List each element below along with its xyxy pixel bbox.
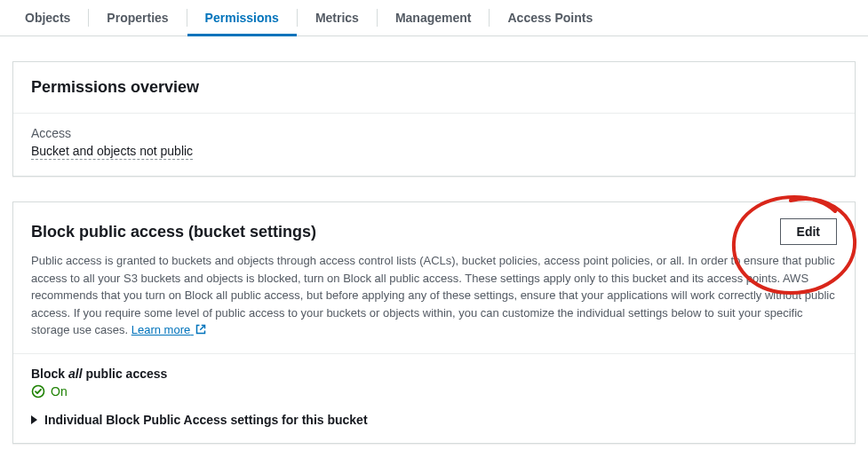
access-value[interactable]: Bucket and objects not public xyxy=(31,144,193,160)
permissions-overview-panel: Permissions overview Access Bucket and o… xyxy=(12,61,856,177)
tab-metrics[interactable]: Metrics xyxy=(298,0,377,36)
bpa-body: Block all public access On Individual Bl… xyxy=(13,354,855,443)
tab-management[interactable]: Management xyxy=(378,0,490,36)
page-title: Permissions overview xyxy=(31,78,199,97)
panel-header: Block public access (bucket settings) Ed… xyxy=(13,202,855,245)
tab-objects[interactable]: Objects xyxy=(7,0,88,36)
panel-body: Access Bucket and objects not public xyxy=(13,114,855,176)
bpa-status-row: On xyxy=(31,384,837,399)
edit-button[interactable]: Edit xyxy=(780,218,837,245)
tab-properties[interactable]: Properties xyxy=(89,0,186,36)
expander-label: Individual Block Public Access settings … xyxy=(44,413,368,427)
bpa-title: Block public access (bucket settings) xyxy=(31,223,780,241)
tab-access-points[interactable]: Access Points xyxy=(490,0,610,36)
learn-more-label: Learn more xyxy=(131,323,190,336)
external-link-icon xyxy=(195,324,206,335)
block-public-access-panel: Block public access (bucket settings) Ed… xyxy=(12,201,856,444)
learn-more-link[interactable]: Learn more xyxy=(131,323,206,336)
tabs-bar: Objects Properties Permissions Metrics M… xyxy=(0,0,868,36)
caret-right-icon xyxy=(31,415,37,424)
bpa-description: Public access is granted to buckets and … xyxy=(31,252,837,339)
individual-settings-expander[interactable]: Individual Block Public Access settings … xyxy=(31,413,837,427)
block-all-public-access-heading: Block all public access xyxy=(31,367,837,381)
access-label: Access xyxy=(31,126,837,140)
panel-header: Permissions overview xyxy=(13,62,855,114)
tab-permissions[interactable]: Permissions xyxy=(187,0,297,36)
bpa-status-on: On xyxy=(51,384,68,399)
success-check-icon xyxy=(31,384,45,399)
